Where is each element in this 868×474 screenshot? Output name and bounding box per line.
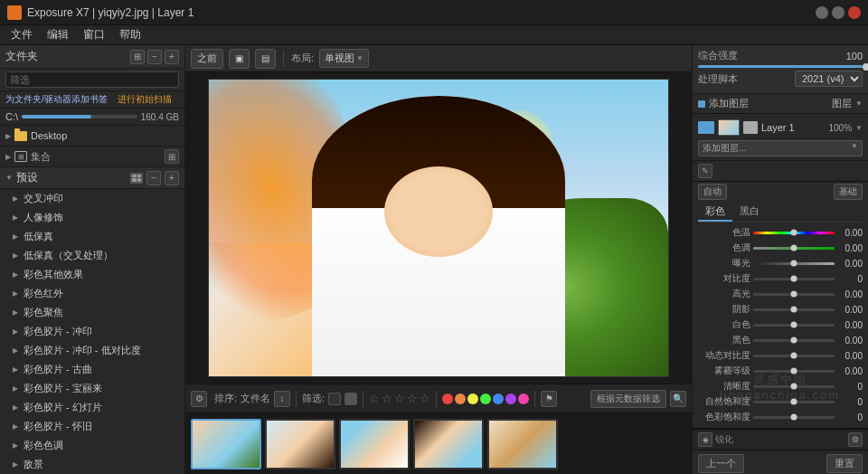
star-4[interactable]: ☆ (407, 392, 418, 405)
presets-grid-icon[interactable] (130, 173, 143, 184)
colortemp-slider[interactable] (753, 232, 835, 234)
metadata-filter-btn[interactable]: 根据元数据筛选 (590, 390, 666, 408)
thumb-inner-3 (341, 421, 408, 468)
folder-nav-icon[interactable]: ⊞ (130, 50, 145, 64)
search-input[interactable] (5, 71, 179, 88)
presets-add-btn[interactable]: + (165, 171, 179, 185)
before-btn[interactable]: 之前 (191, 49, 223, 69)
search-icon[interactable]: 🔍 (670, 391, 686, 407)
clarity-slider[interactable] (753, 385, 835, 388)
filmstrip-thumb-2[interactable] (265, 419, 335, 469)
split-btn[interactable]: ▤ (255, 49, 276, 69)
adjust-tabs: 彩色 黑白 (698, 203, 863, 223)
tab-color[interactable]: 彩色 (698, 203, 732, 222)
add-layer-btn[interactable]: 添加图层... ▼ (698, 140, 863, 156)
menu-help[interactable]: 帮助 (112, 25, 148, 44)
preset-crossprocess[interactable]: 交叉冲印 (0, 189, 184, 208)
thumb-inner-1 (193, 421, 259, 468)
preset-color-tone[interactable]: 彩色色调 (0, 436, 184, 455)
bottom-divider3 (436, 391, 437, 407)
dynamic-slider[interactable] (753, 355, 835, 357)
preset-film-retro[interactable]: 彩色胶片 - 怀旧 (0, 417, 184, 436)
preset-lowfi[interactable]: 低保真 (0, 227, 184, 246)
color-pink[interactable] (518, 393, 529, 404)
tab-bw[interactable]: 黑白 (732, 203, 767, 222)
preset-color-bokeh[interactable]: 彩色聚焦 (0, 303, 184, 322)
strength-slider[interactable] (698, 65, 863, 68)
preset-film-vintage[interactable]: 彩色胶片 - 古曲 (0, 360, 184, 379)
preset-portrait[interactable]: 人像修饰 (0, 208, 184, 227)
compare-btn[interactable]: ▣ (229, 49, 250, 69)
settings2-icon[interactable]: ⚙ (848, 432, 863, 447)
drive-path: C:\ (5, 111, 18, 122)
filmstrip-thumb-4[interactable] (413, 419, 484, 469)
reset-btn[interactable]: 重置 (826, 454, 863, 473)
settings-icon[interactable]: ⚙ (191, 391, 207, 407)
shadows-slider[interactable] (753, 308, 835, 311)
layer-opacity: 100% (829, 123, 853, 133)
eyedropper-icon[interactable]: ✎ (698, 164, 712, 178)
star-rating[interactable]: ☆ ☆ ☆ ☆ ☆ (369, 392, 430, 405)
minimize-button[interactable] (816, 6, 828, 19)
right-panel: 综合强度 100 处理脚本 2021 (v4) 添加图层 图层 ▼ (692, 45, 868, 474)
color-orange[interactable] (455, 393, 466, 404)
vibrance-slider[interactable] (753, 401, 835, 403)
folder-remove-btn[interactable]: + (165, 50, 179, 64)
tint-slider[interactable] (753, 247, 835, 250)
color-blue[interactable] (493, 393, 504, 404)
folder-search[interactable] (0, 69, 184, 91)
auto-btn[interactable]: 自动 (698, 184, 727, 200)
color-purple[interactable] (505, 393, 516, 404)
color-yellow[interactable] (467, 393, 478, 404)
close-button[interactable] (848, 6, 861, 19)
presets-minus-btn[interactable]: − (146, 171, 161, 185)
contrast-slider[interactable] (753, 278, 835, 280)
whites-slider[interactable] (753, 324, 835, 327)
menu-window[interactable]: 窗口 (76, 25, 112, 44)
preset-landscape[interactable]: 敌景 (0, 455, 184, 474)
add-layer-label: 添加图层... (703, 142, 746, 155)
strength-slider-row[interactable] (698, 65, 863, 68)
desktop-folder[interactable]: ▶ Desktop (5, 128, 179, 143)
folder-add-btn[interactable]: − (147, 50, 162, 64)
sort-icon[interactable]: ↕ (274, 391, 290, 407)
adjust-section: 自动 基础 彩色 黑白 色温 0.00 色调 0.00 (693, 182, 868, 429)
file-tree[interactable]: ▶ Desktop (0, 126, 184, 147)
strength-thumb (863, 63, 868, 71)
color-red[interactable] (442, 393, 453, 404)
haze-slider[interactable] (753, 370, 835, 373)
menu-edit[interactable]: 编辑 (40, 25, 76, 44)
collection-row[interactable]: ▶ ⊞ 集合 ⊞ (0, 147, 184, 167)
highlights-slider[interactable] (753, 293, 835, 296)
preset-film-print[interactable]: 彩色胶片 - 冲印 (0, 322, 184, 341)
maximize-button[interactable] (832, 6, 844, 19)
main-photo (208, 79, 669, 377)
color-green[interactable] (480, 393, 491, 404)
saturation-slider[interactable] (753, 416, 835, 419)
exposure-slider[interactable] (753, 262, 835, 265)
recipe-dropdown[interactable]: 2021 (v4) (795, 71, 863, 87)
star-2[interactable]: ☆ (382, 392, 392, 405)
filmstrip-thumb-1[interactable] (191, 419, 261, 469)
preset-film-slide[interactable]: 彩色胶片 - 幻灯片 (0, 398, 184, 417)
menu-file[interactable]: 文件 (4, 25, 40, 44)
flag-icon[interactable]: ⚑ (541, 391, 557, 407)
prev-btn[interactable]: 上一个 (698, 454, 744, 473)
preset-film-polaroid[interactable]: 彩色胶片 - 宝丽来 (0, 379, 184, 398)
preset-color-ir[interactable]: 彩色红外 (0, 284, 184, 303)
blacks-slider[interactable] (753, 339, 835, 342)
view-dropdown[interactable]: 单视图 ▼ (319, 49, 369, 68)
preset-color-other[interactable]: 彩色其他效果 (0, 265, 184, 284)
star-1[interactable]: ☆ (369, 392, 380, 405)
filter-bw-btn[interactable] (328, 393, 341, 405)
preset-lowfi-cross[interactable]: 低保真（交叉处理） (0, 246, 184, 265)
basic-btn[interactable]: 基础 (834, 184, 863, 200)
filmstrip-thumb-3[interactable] (339, 419, 410, 469)
star-5[interactable]: ☆ (420, 392, 430, 405)
sharpen-icon[interactable]: ◈ (698, 432, 712, 447)
filter-grey-btn[interactable] (344, 393, 357, 405)
filmstrip-thumb-5[interactable] (487, 419, 558, 469)
collection-add-btn[interactable]: ⊞ (165, 149, 179, 164)
star-3[interactable]: ☆ (394, 392, 405, 405)
preset-film-lowcontrast[interactable]: 彩色胶片 - 冲印 - 低对比度 (0, 341, 184, 360)
